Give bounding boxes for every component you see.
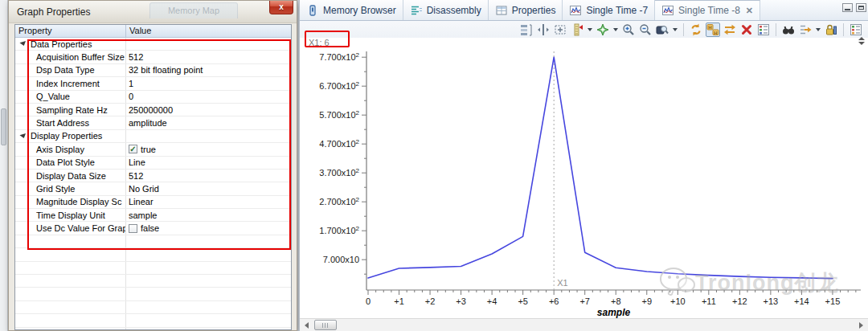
table-row-empty (15, 235, 291, 248)
axis-spinner[interactable] (857, 37, 866, 48)
close-button[interactable]: x (269, 1, 293, 14)
checkbox-unchecked[interactable] (129, 224, 137, 233)
toolbar-separator (776, 23, 776, 36)
axis-ruler-dropdown-icon[interactable] (588, 28, 592, 31)
tab-disassembly[interactable]: Disassembly (403, 0, 489, 20)
property-row-magnitude-display-sc[interactable]: Magnitude Display ScLinear (15, 196, 291, 209)
waveform-line (368, 57, 833, 278)
property-value[interactable]: sample (129, 210, 157, 220)
properties-table-icon (495, 4, 508, 17)
dialog-titlebar[interactable]: Memory Map Graph Properties x (9, 1, 297, 23)
property-row-time-display-unit[interactable]: Time Display Unitsample (15, 209, 291, 222)
add-overlay-icon[interactable] (596, 22, 610, 37)
property-row-index-increment[interactable]: Index Increment1 (15, 77, 291, 90)
waveform-plot[interactable]: 7.700x1026.700x1025.700x1024.700x1023.70… (300, 49, 868, 318)
tab-single-time-8[interactable]: Single Time -8✕ (655, 0, 760, 20)
scroll-left-arrow[interactable] (301, 321, 312, 330)
center-waveform-icon[interactable] (536, 22, 551, 37)
tab-memory-browser[interactable]: Memory Browser (300, 0, 403, 20)
property-row-start-address[interactable]: Start Addressamplitude (15, 116, 291, 129)
horizontal-scrollbar[interactable] (300, 318, 868, 331)
property-row-q-value[interactable]: Q_Value0 (15, 91, 291, 104)
y-tick-label: 4.700x102 (319, 138, 359, 149)
goto-value-dropdown-icon[interactable] (816, 28, 821, 31)
x-tick-label: +9 (641, 296, 652, 306)
property-row-grid-style[interactable]: Grid StyleNo Grid (15, 182, 291, 195)
property-label: Start Address (36, 118, 89, 128)
property-group-row-data-properties[interactable]: Data Properties (15, 38, 291, 51)
lock-graph-icon[interactable] (824, 22, 838, 37)
find-data-icon[interactable] (781, 22, 796, 37)
zoom-mode-dropdown-icon[interactable] (673, 28, 678, 31)
maximize-button[interactable] (856, 3, 866, 12)
goto-value-icon[interactable] (798, 22, 813, 37)
graph-legend-icon[interactable] (756, 22, 771, 37)
property-value[interactable]: Line (129, 157, 145, 167)
x-tick-label: +1 (394, 296, 404, 306)
zoom-out-icon[interactable] (638, 22, 653, 37)
property-row-display-data-size[interactable]: Display Data Size512 (15, 170, 291, 182)
refresh-graph-icon[interactable] (689, 22, 703, 37)
zoom-in-icon[interactable] (621, 22, 636, 37)
column-header-value[interactable]: Value (126, 25, 291, 37)
property-value[interactable]: 250000000 (129, 105, 173, 115)
property-row-use-dc-value-for-grap[interactable]: Use Dc Value For Grapfalse (15, 222, 291, 235)
property-value[interactable]: amplitude (129, 118, 167, 128)
property-value[interactable]: No Grid (129, 184, 159, 194)
property-value[interactable]: true (141, 145, 156, 154)
display-props-icon[interactable] (849, 22, 863, 37)
property-group-row-display-properties[interactable]: Display Properties (15, 130, 291, 143)
value-cell: amplitude (126, 116, 291, 129)
property-row-dsp-data-type[interactable]: Dsp Data Type32 bit floating point (15, 64, 291, 77)
property-row-axis-display[interactable]: Axis Display✓true (15, 143, 291, 156)
clear-graph-icon[interactable] (739, 22, 754, 37)
table-row-empty (15, 248, 291, 261)
x-tick-label: +10 (670, 296, 686, 306)
property-value[interactable]: false (141, 223, 159, 233)
expand-triangle-icon[interactable] (19, 133, 27, 139)
checkbox-checked[interactable]: ✓ (129, 145, 137, 153)
minimize-button[interactable] (842, 3, 853, 12)
property-value[interactable]: 512 (129, 171, 143, 181)
property-cell: Grid Style (15, 182, 126, 194)
property-value[interactable]: Linear (129, 197, 154, 206)
add-overlay-dropdown-icon[interactable] (613, 28, 618, 31)
zoom-mode-icon[interactable] (655, 22, 669, 37)
swap-display-icon[interactable] (723, 22, 737, 37)
dialog-title: Graph Properties (17, 6, 90, 18)
property-value[interactable]: 0 (129, 92, 133, 101)
tab-label: Properties (512, 5, 556, 16)
property-label: Display Data Size (36, 171, 106, 181)
property-value[interactable]: 512 (129, 52, 143, 62)
tab-single-time-7[interactable]: Single Time -7 (563, 0, 655, 20)
property-value[interactable]: 32 bit floating point (129, 65, 203, 75)
y-tick-label: 5.700x102 (319, 109, 359, 120)
svg-text:H: H (714, 30, 717, 35)
property-row-acquisition-buffer-size[interactable]: Acquisition Buffer Size512 (15, 51, 291, 63)
axis-ruler-icon[interactable] (570, 22, 584, 37)
expand-triangle-icon[interactable] (19, 41, 27, 47)
graph-properties-icon[interactable] (519, 22, 534, 37)
value-cell: 512 (126, 51, 291, 63)
property-label: Sampling Rate Hz (36, 105, 108, 115)
property-row-sampling-rate-hz[interactable]: Sampling Rate Hz250000000 (15, 104, 291, 116)
value-cell: No Grid (126, 182, 291, 194)
property-row-data-plot-style[interactable]: Data Plot StyleLine (15, 157, 291, 170)
group-label: Display Properties (29, 131, 102, 141)
tab-label: Disassembly (427, 5, 481, 16)
fit-waveform-icon[interactable] (553, 22, 567, 37)
property-label: Axis Display (36, 145, 84, 154)
x-tick-label: +13 (764, 296, 779, 306)
scrollbar-thumb[interactable] (314, 320, 337, 330)
value-cell: Line (126, 157, 291, 169)
scroll-right-arrow[interactable] (856, 321, 866, 330)
tab-properties[interactable]: Properties (489, 0, 563, 20)
hold-trigger-icon[interactable]: HH (706, 22, 720, 37)
graph-canvas[interactable]: 7.700x1026.700x1025.700x1024.700x1023.70… (300, 49, 868, 318)
tab-close-icon[interactable]: ✕ (746, 6, 753, 16)
property-value[interactable]: 1 (129, 79, 133, 88)
column-header-property[interactable]: Property (15, 25, 126, 37)
table-row-empty (15, 262, 291, 275)
value-cell: 32 bit floating point (126, 64, 291, 76)
value-cell: sample (126, 209, 291, 221)
